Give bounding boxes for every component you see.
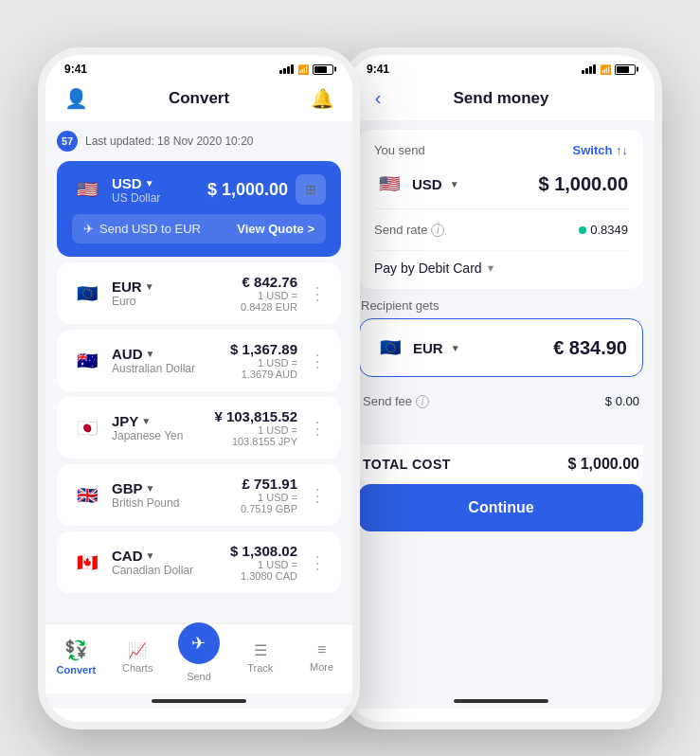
notification-icon[interactable]: 🔔: [307, 87, 337, 110]
cad-full-name: Canadian Dollar: [112, 564, 193, 577]
aud-card[interactable]: 🇦🇺 AUD ▼ Australian Dollar $ 1,367.89 1 …: [57, 330, 341, 391]
gbp-amount: £ 751.91: [241, 476, 297, 492]
send-rate-row: Send rate i 0.8349: [374, 219, 628, 241]
jpy-amount-block: ¥ 103,815.52 1 USD =103.8155 JPY: [214, 408, 297, 447]
cad-amount-block: $ 1,308.02 1 USD =1.3080 CAD: [230, 543, 297, 582]
status-icons-right: 📶: [582, 64, 636, 75]
signal-icon: [279, 64, 294, 74]
aud-rate: 1 USD =1.3679 AUD: [230, 357, 297, 380]
more-icon: ≡: [317, 641, 326, 658]
status-time-right: 9:41: [367, 63, 389, 76]
profile-icon[interactable]: 👤: [61, 87, 91, 110]
send-flag: 🇺🇸: [374, 169, 404, 199]
gbp-left: 🇬🇧 GBP ▼ British Pound: [72, 480, 179, 511]
phones-container: 9:41 📶 👤 Convert 🔔: [19, 19, 681, 756]
update-text: Last updated: 18 Nov 2020 10:20: [85, 135, 253, 148]
nav-item-convert[interactable]: 💱 Convert: [45, 639, 107, 675]
you-send-top-row: You send Switch ↑↓: [374, 143, 628, 157]
send-fee-label: Send fee i: [363, 394, 429, 408]
right-main-content[interactable]: You send Switch ↑↓ 🇺🇸 USD ▼ $ 1,000.00: [348, 120, 655, 693]
send-action-bar[interactable]: ✈ Send USD to EUR View Quote >: [72, 214, 326, 243]
aud-full-name: Australian Dollar: [112, 362, 195, 375]
eur-amount: € 842.76: [241, 274, 297, 290]
convert-icon: 💱: [64, 639, 88, 661]
selected-currency-row: 🇺🇸 USD ▼ US Dollar $ 1,000.00: [72, 174, 326, 205]
send-currency-row: 🇺🇸 USD ▼ $ 1,000.00: [374, 169, 628, 199]
left-main-content[interactable]: 57 Last updated: 18 Nov 2020 10:20 🇺🇸 US…: [45, 121, 352, 623]
gbp-name-block: GBP ▼ British Pound: [112, 480, 179, 510]
eur-card[interactable]: 🇪🇺 EUR ▼ Euro € 842.76 1 USD =0.8428 EUR…: [57, 262, 341, 324]
nav-item-charts[interactable]: 📈 Charts: [107, 641, 169, 674]
recipient-currency-selector[interactable]: 🇪🇺 EUR ▼: [375, 333, 501, 363]
send-plane-icon: ✈: [83, 222, 94, 236]
jpy-card[interactable]: 🇯🇵 JPY ▼ Japanese Yen ¥ 103,815.52 1 USD…: [57, 397, 341, 459]
continue-button[interactable]: Continue: [359, 484, 643, 531]
track-label: Track: [247, 662, 273, 674]
send-action-text: Send USD to EUR: [99, 222, 201, 236]
usd-amount: $ 1,000.00: [207, 180, 288, 200]
jpy-full-name: Japanese Yen: [112, 429, 183, 442]
back-icon[interactable]: ‹: [363, 87, 393, 109]
signal-icon-right: [582, 64, 596, 74]
gbp-flag: 🇬🇧: [72, 480, 102, 511]
recipient-currency-dropdown-icon: ▼: [451, 343, 460, 353]
usd-name-block: USD ▼ US Dollar: [112, 175, 160, 205]
gbp-more-icon[interactable]: ⋮: [309, 485, 326, 506]
you-send-card: You send Switch ↑↓ 🇺🇸 USD ▼ $ 1,000.00: [359, 130, 643, 289]
view-quote-btn[interactable]: View Quote >: [237, 222, 314, 236]
send-action-left: ✈ Send USD to EUR: [83, 222, 201, 236]
status-bar-right: 9:41 📶: [348, 55, 655, 80]
cad-code: CAD ▼: [112, 548, 193, 564]
switch-button[interactable]: Switch ↑↓: [572, 143, 628, 157]
eur-more-icon[interactable]: ⋮: [309, 283, 326, 304]
aud-more-icon[interactable]: ⋮: [309, 351, 326, 371]
right-phone-content: ‹ Send money You send Switch ↑↓ 🇺🇸 USD: [348, 80, 655, 709]
wifi-icon-right: 📶: [600, 64, 611, 75]
phone-right: 9:41 📶 ‹ Send money: [340, 47, 662, 729]
jpy-more-icon[interactable]: ⋮: [309, 418, 326, 439]
send-rate-info-icon: i: [431, 224, 444, 237]
send-currency-selector[interactable]: 🇺🇸 USD ▼: [374, 169, 501, 199]
gbp-amount-block: £ 751.91 1 USD =0.7519 GBP: [241, 476, 297, 514]
send-currency-code: USD: [412, 176, 442, 192]
aud-amount-block: $ 1,367.89 1 USD =1.3679 AUD: [230, 341, 297, 380]
gbp-card[interactable]: 🇬🇧 GBP ▼ British Pound £ 751.91 1 USD =0…: [57, 464, 341, 526]
jpy-rate: 1 USD =103.8155 JPY: [214, 424, 297, 447]
cad-card[interactable]: 🇨🇦 CAD ▼ Canadian Dollar $ 1,308.02 1 US…: [57, 531, 341, 593]
selected-currency-card[interactable]: 🇺🇸 USD ▼ US Dollar $ 1,000.00: [57, 161, 341, 257]
divider-2: [374, 250, 628, 251]
home-indicator-right: [348, 693, 655, 709]
aud-code: AUD ▼: [112, 346, 195, 362]
cad-more-icon[interactable]: ⋮: [309, 552, 326, 573]
jpy-code: JPY ▼: [112, 413, 183, 429]
battery-icon-right: [615, 64, 636, 75]
update-badge: 57: [57, 131, 78, 152]
eur-rate: 1 USD =0.8428 EUR: [241, 290, 297, 313]
send-label: Send: [187, 671, 211, 682]
usd-code: USD ▼: [112, 175, 160, 191]
eur-full-name: Euro: [112, 295, 154, 308]
nav-item-track[interactable]: ☰ Track: [229, 641, 291, 674]
send-rate-value: 0.8349: [579, 223, 628, 237]
cad-name-block: CAD ▼ Canadian Dollar: [112, 548, 193, 577]
nav-item-send[interactable]: ✈ Send: [169, 632, 230, 682]
gbp-code: GBP ▼: [112, 480, 179, 496]
send-amount: $ 1,000.00: [501, 173, 628, 195]
pay-by-row[interactable]: Pay by Debit Card ▼: [374, 261, 628, 276]
usd-flag: 🇺🇸: [72, 174, 102, 205]
charts-label: Charts: [122, 662, 153, 674]
divider-1: [374, 208, 628, 209]
calc-icon[interactable]: ⊞: [296, 174, 326, 205]
green-dot-icon: [579, 226, 586, 234]
jpy-left: 🇯🇵 JPY ▼ Japanese Yen: [72, 413, 183, 443]
send-rate-label: Send rate i: [374, 223, 444, 237]
update-bar: 57 Last updated: 18 Nov 2020 10:20: [57, 131, 341, 152]
recipient-card[interactable]: 🇪🇺 EUR ▼ € 834.90: [359, 318, 643, 377]
jpy-amount: ¥ 103,815.52: [214, 408, 297, 424]
send-button-icon[interactable]: ✈: [178, 622, 220, 664]
send-currency-dropdown-icon: ▼: [450, 179, 459, 189]
nav-item-more[interactable]: ≡ More: [291, 641, 352, 673]
eur-flag: 🇪🇺: [72, 279, 102, 309]
recipient-flag: 🇪🇺: [375, 333, 405, 363]
gbp-rate: 1 USD =0.7519 GBP: [241, 492, 297, 514]
